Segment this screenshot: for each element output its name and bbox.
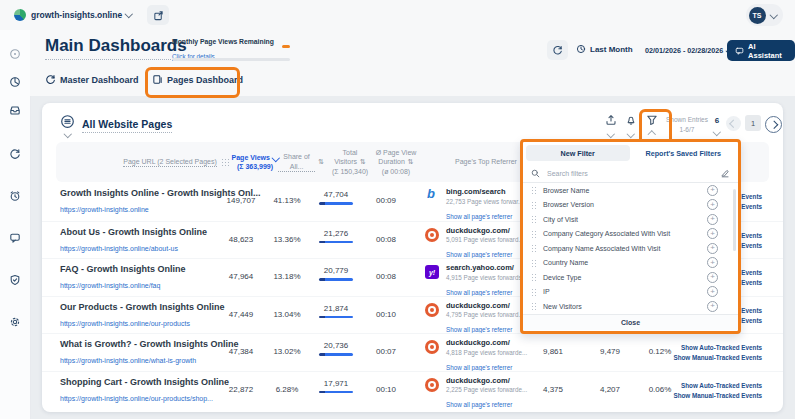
- referrer-domain: duckduckgo.com/: [446, 301, 524, 310]
- bing-icon: [425, 189, 439, 203]
- date-range-selector[interactable]: 02/01/2026 - 02/28/2026: [645, 46, 733, 55]
- show-all-referrer-link[interactable]: Show all page's referrer: [446, 213, 512, 220]
- add-filter-icon[interactable]: [707, 199, 718, 210]
- add-filter-icon[interactable]: [707, 214, 718, 225]
- sidebar-item-behavior[interactable]: [9, 190, 21, 202]
- show-manual-tracked-events-link[interactable]: Show Manual-Tracked Events: [673, 391, 762, 401]
- drag-handle-icon[interactable]: [531, 273, 537, 281]
- circle-dot-icon: [9, 48, 21, 60]
- duration-value: 00:10: [362, 385, 410, 394]
- period-selector[interactable]: Last Month: [576, 44, 633, 54]
- clear-filters-icon[interactable]: [720, 168, 730, 178]
- previous-page-button[interactable]: [726, 116, 741, 131]
- filter-item-label: Device Type: [543, 274, 581, 281]
- open-site-button[interactable]: [147, 5, 169, 25]
- drag-handle-icon[interactable]: [531, 302, 537, 310]
- add-filter-icon[interactable]: [707, 272, 718, 283]
- duckduckgo-icon: [425, 228, 439, 242]
- visitors-bar: [319, 353, 353, 356]
- show-all-referrer-link[interactable]: Show all page's referrer: [446, 326, 512, 333]
- page-url-link[interactable]: https://growth-insights.online: [60, 206, 149, 213]
- chevron-down-icon[interactable]: [64, 130, 72, 138]
- filter-tab-saved[interactable]: Report's Saved Filters: [632, 145, 736, 161]
- filter-item-label: Company Name Associated With Visit: [543, 245, 660, 252]
- filter-item[interactable]: Country Name: [523, 256, 738, 271]
- add-filter-icon[interactable]: [707, 185, 718, 196]
- add-filter-icon[interactable]: [707, 257, 718, 268]
- tab-master-dashboard[interactable]: Master Dashboard: [45, 74, 139, 85]
- page-title-cell: About Us - Growth Insights Online: [60, 227, 215, 237]
- chevron-down-icon[interactable]: [607, 130, 615, 138]
- user-menu[interactable]: TS: [746, 4, 784, 26]
- filter-button[interactable]: [643, 114, 661, 128]
- extra-metric-1: 4,375: [531, 385, 575, 394]
- col-duration[interactable]: Ø Page View Duration (ø 00:08): [370, 142, 422, 182]
- page-url-link[interactable]: https://growth-insights.online/about-us: [60, 245, 178, 252]
- add-filter-icon[interactable]: [707, 301, 718, 312]
- current-page-indicator[interactable]: 1: [745, 115, 761, 131]
- referrer-domain: duckduckgo.com/: [446, 226, 524, 235]
- sidebar-item-communication[interactable]: [9, 232, 21, 244]
- filter-item[interactable]: Company Category Associated With Visit: [523, 227, 738, 242]
- sidebar-item-settings[interactable]: [9, 316, 21, 328]
- filter-item[interactable]: New Visitors: [523, 299, 738, 314]
- ai-assistant-button[interactable]: AI Assistant: [727, 40, 795, 61]
- filter-item[interactable]: City of Visit: [523, 212, 738, 227]
- page-size-select[interactable]: 6: [710, 116, 724, 125]
- filter-tab-new[interactable]: New Filter: [526, 145, 630, 161]
- add-filter-icon[interactable]: [707, 228, 718, 239]
- chevron-down-icon[interactable]: [713, 128, 721, 136]
- refresh-button[interactable]: [547, 40, 568, 60]
- show-auto-tracked-events-link[interactable]: Show Auto-Tracked Events: [673, 381, 762, 391]
- drag-handle-icon[interactable]: [531, 244, 537, 252]
- alerts-button[interactable]: [622, 114, 640, 128]
- ai-assistant-label: AI Assistant: [748, 42, 787, 60]
- page-url-link[interactable]: https://growth-insights.online/our-produ…: [60, 395, 213, 402]
- show-all-referrer-link[interactable]: Show all page's referrer: [446, 401, 512, 408]
- filter-item[interactable]: Device Type: [523, 270, 738, 285]
- tab-pages-dashboard[interactable]: Pages Dashboard: [152, 74, 243, 85]
- col-page-views[interactable]: Page Views (Σ 363,999): [226, 142, 284, 182]
- drag-handle-icon[interactable]: [531, 230, 537, 238]
- sidebar-item-web-analytics[interactable]: [9, 148, 21, 160]
- page-url-link[interactable]: https://growth-insights.online/our-produ…: [60, 320, 190, 327]
- drag-handle-icon[interactable]: [531, 288, 537, 296]
- filter-item[interactable]: Company Name Associated With Visit: [523, 241, 738, 256]
- drag-handle-icon[interactable]: [531, 259, 537, 267]
- chevron-down-icon[interactable]: [627, 130, 635, 138]
- show-all-referrer-link[interactable]: Show all page's referrer: [446, 251, 512, 258]
- scrollbar[interactable]: [733, 189, 736, 251]
- gear-icon: [9, 316, 21, 328]
- show-all-referrer-link[interactable]: Show all page's referrer: [446, 364, 512, 371]
- sidebar-item-modules[interactable]: [9, 104, 21, 116]
- page-url-link[interactable]: https://growth-insights.online/faq: [60, 282, 160, 289]
- filter-close-button[interactable]: Close: [523, 314, 738, 330]
- col-page-url: Page URL (2 Selected Pages): [123, 157, 217, 167]
- sidebar-item-overview[interactable]: [9, 48, 21, 60]
- export-button[interactable]: [602, 114, 620, 128]
- drag-handle-icon[interactable]: [531, 186, 537, 194]
- dashboard-icon: [45, 74, 56, 85]
- table-menu-icon[interactable]: [60, 114, 75, 129]
- chevron-up-icon[interactable]: [648, 131, 656, 139]
- quota-label: Monthly Page Views Remaining: [172, 38, 290, 45]
- swirl-icon: [9, 148, 21, 160]
- filter-search-input[interactable]: [545, 169, 715, 178]
- filter-item[interactable]: IP: [523, 285, 738, 300]
- chevron-down-icon[interactable]: [125, 10, 133, 18]
- add-filter-icon[interactable]: [707, 243, 718, 254]
- show-auto-tracked-events-link[interactable]: Show Auto-Tracked Events: [673, 343, 762, 353]
- page-url-link[interactable]: https://growth-insights.online/what-is-g…: [60, 357, 196, 364]
- table-row: What is Growth? - Growth Insights Online…: [42, 333, 783, 372]
- add-filter-icon[interactable]: [707, 286, 718, 297]
- filter-item[interactable]: Browser Name: [523, 183, 738, 198]
- show-all-referrer-link[interactable]: Show all page's referrer: [446, 289, 512, 296]
- drag-handle-icon[interactable]: [531, 201, 537, 209]
- show-manual-tracked-events-link[interactable]: Show Manual-Tracked Events: [673, 353, 762, 363]
- drag-handle-icon[interactable]: [531, 215, 537, 223]
- sidebar-item-privacy[interactable]: [9, 274, 21, 286]
- next-page-button[interactable]: [765, 116, 782, 133]
- site-selector-label[interactable]: growth-insights.online: [31, 10, 122, 20]
- filter-item[interactable]: Browser Version: [523, 198, 738, 213]
- sidebar-item-dashboards[interactable]: [9, 76, 21, 88]
